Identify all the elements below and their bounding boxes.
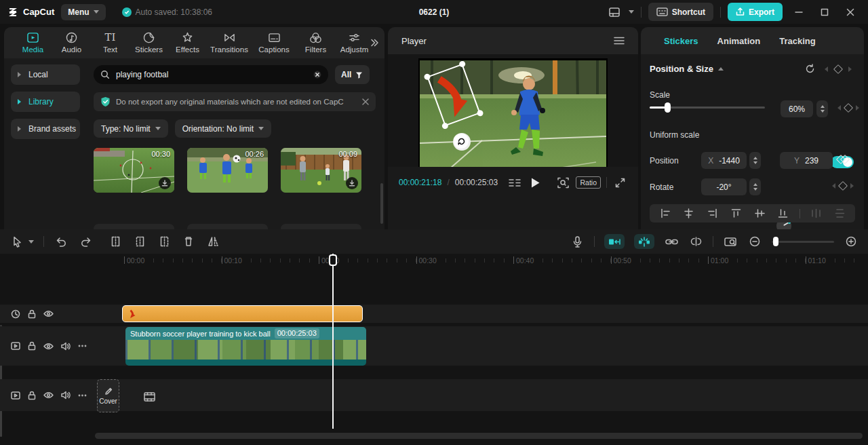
timeline-zoom-slider[interactable] [772,241,834,243]
download-icon[interactable] [159,177,171,189]
next-keyframe-icon[interactable] [856,105,862,111]
prev-keyframe-icon[interactable] [829,183,835,189]
tab-animation[interactable]: Animation [717,36,761,46]
record-voiceover-icon[interactable] [570,234,585,249]
player-menu-icon[interactable] [614,37,625,45]
more-options-icon[interactable] [78,394,87,397]
align-center-horizontal-icon[interactable] [682,206,696,221]
undo-icon[interactable] [54,234,68,249]
timeline-zoom-knob[interactable] [773,237,778,246]
rotate-value-field[interactable]: -20° [701,178,747,195]
link-icon[interactable] [664,234,679,249]
scale-slider[interactable] [650,107,765,109]
video-thumbnail-partial[interactable] [94,224,174,229]
timeline-horizontal-scrollbar[interactable] [95,433,863,439]
export-button[interactable]: Export [728,3,783,21]
select-tool-chevron-icon[interactable] [28,240,34,246]
zoom-out-icon[interactable] [747,234,762,249]
lock-icon[interactable] [28,391,36,400]
prev-keyframe-icon[interactable] [822,66,828,72]
search-input[interactable] [115,69,309,80]
tab-transitions[interactable]: Transitions [207,32,252,54]
layout-chevron-icon[interactable] [629,10,634,16]
lock-icon[interactable] [28,341,36,351]
rotate-handle[interactable] [454,134,469,149]
next-keyframe-icon[interactable] [850,183,856,189]
scale-value-field[interactable]: 60% [781,100,813,117]
align-center-vertical-icon[interactable] [752,206,767,221]
close-notice-icon[interactable] [362,98,369,105]
search-filter-button[interactable]: All [335,65,370,84]
position-y-field[interactable]: Y 239 [780,152,833,169]
play-button[interactable] [528,175,542,190]
tab-filters[interactable]: Filters [296,32,335,54]
scale-slider-knob[interactable] [665,102,671,113]
menu-button[interactable]: Menu [61,4,105,20]
shortcut-button[interactable]: Shortcut [648,3,713,21]
align-left-icon[interactable] [658,206,673,221]
snapping-toggle-icon[interactable] [634,234,654,249]
align-bottom-icon[interactable] [776,206,791,221]
delete-icon[interactable] [181,234,196,249]
split-delete-left-icon[interactable] [132,234,147,249]
tab-tracking[interactable]: Tracking [779,36,815,46]
tab-media[interactable]: Media [14,32,52,54]
sticker-clip-selected[interactable] [122,305,363,322]
eye-icon[interactable] [43,391,54,399]
track-area[interactable]: 00:00 00:10 00:20 00:30 00:40 00:50 01:0… [92,254,868,445]
video-thumbnail-partial[interactable] [281,224,361,229]
tab-effects[interactable]: Effects [168,32,207,54]
more-options-icon[interactable] [78,345,87,347]
download-icon[interactable] [346,177,358,189]
unlink-icon[interactable] [688,234,703,249]
select-tool-icon[interactable] [9,234,24,249]
auto-ripple-toggle-icon[interactable] [604,234,625,249]
clear-search-icon[interactable] [313,71,321,79]
minimize-button[interactable] [789,3,808,22]
ratio-button[interactable]: Ratio [576,176,601,189]
frame-step-icon[interactable] [507,175,522,190]
maximize-button[interactable] [815,3,834,22]
position-x-stepper[interactable] [749,152,761,169]
tab-captions[interactable]: Captions [252,32,296,54]
mute-icon[interactable] [61,391,71,400]
rotate-stepper[interactable] [749,178,761,195]
position-x-field[interactable]: X -1440 [701,152,747,169]
position-keyframe-icon[interactable] [837,156,848,163]
preview-frame-icon[interactable] [723,234,738,249]
tab-text[interactable]: TI Text [91,33,130,54]
video-thumbnail-kids-soccer[interactable]: 00:26 [187,148,268,193]
tab-stickers[interactable]: Stickers [130,32,168,54]
video-preview[interactable] [420,60,606,177]
tab-stickers-settings[interactable]: Stickers [664,36,698,46]
source-library[interactable]: Library [11,92,80,112]
next-keyframe-icon[interactable] [848,66,854,72]
eye-icon[interactable] [43,310,54,317]
source-local[interactable]: Local [11,64,80,85]
rotate-keyframe-icon[interactable] [838,181,848,191]
close-button[interactable] [841,3,860,22]
align-top-icon[interactable] [728,206,743,221]
eye-icon[interactable] [43,343,54,350]
prev-keyframe-icon[interactable] [835,105,841,111]
scale-keyframe-icon[interactable] [844,103,853,113]
tab-adjustment[interactable]: Adjustm [335,32,374,54]
tab-audio[interactable]: Audio [52,32,91,54]
lock-icon[interactable] [28,309,36,319]
playhead-handle[interactable] [329,254,337,266]
split-icon[interactable] [108,234,123,249]
reset-icon[interactable] [805,64,815,74]
zoom-in-icon[interactable] [844,234,859,249]
search-input-wrapper[interactable] [94,65,328,84]
layout-switch-button[interactable] [607,5,622,20]
collapse-icon[interactable] [718,64,724,71]
mirror-flip-icon[interactable] [205,234,220,249]
add-media-track-icon[interactable] [142,389,157,404]
orientation-filter-dropdown[interactable]: Orientation: No limit [175,119,271,138]
video-thumbnail-partial[interactable] [187,224,268,229]
time-ruler[interactable]: 00:00 00:10 00:20 00:30 00:40 00:50 01:0… [92,254,868,268]
cover-button[interactable]: Cover [97,379,119,412]
preview-quality-icon[interactable] [555,175,570,190]
scale-stepper[interactable] [816,100,828,117]
more-tabs-button[interactable] [370,38,379,47]
